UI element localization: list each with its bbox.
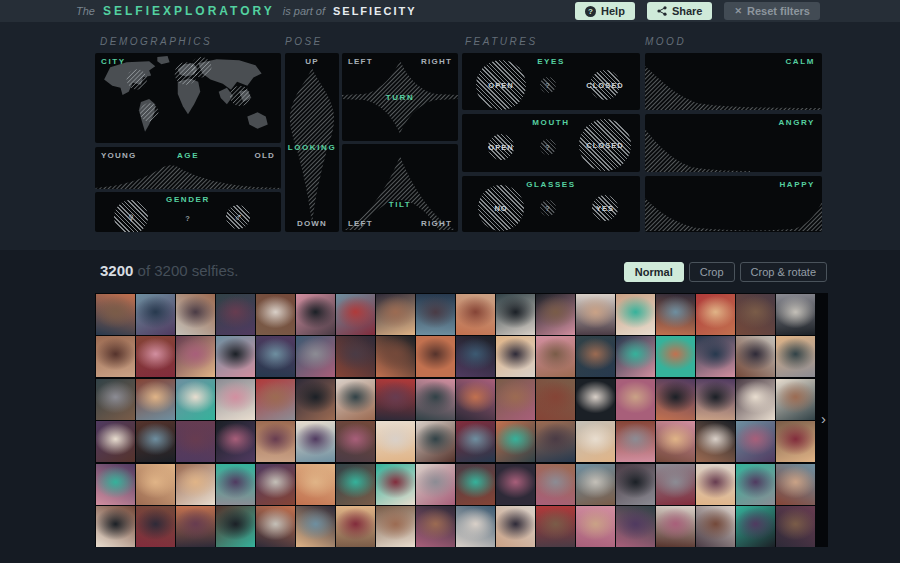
filter-looking-panel[interactable]: UP LOOKING DOWN bbox=[285, 53, 339, 232]
angry-distribution[interactable] bbox=[645, 114, 822, 172]
selfie-thumb[interactable] bbox=[96, 379, 135, 420]
selfie-thumb[interactable] bbox=[616, 336, 655, 377]
selfie-thumb[interactable] bbox=[736, 294, 775, 335]
selfie-thumb[interactable] bbox=[96, 421, 135, 462]
filter-eyes-panel[interactable]: EYES OPEN ? CLOSED bbox=[462, 53, 640, 110]
filter-angry-panel[interactable]: ANGRY bbox=[645, 114, 822, 172]
selfie-thumb[interactable] bbox=[456, 336, 495, 377]
selfie-thumb[interactable] bbox=[776, 336, 815, 377]
selfie-thumb[interactable] bbox=[256, 294, 295, 335]
selfie-thumb[interactable] bbox=[696, 506, 735, 547]
selfie-thumb[interactable] bbox=[496, 336, 535, 377]
selfie-thumb[interactable] bbox=[216, 336, 255, 377]
selfie-thumb[interactable] bbox=[416, 506, 455, 547]
view-normal-button[interactable]: Normal bbox=[624, 262, 684, 282]
selfie-thumb[interactable] bbox=[616, 464, 655, 505]
selfie-thumb[interactable] bbox=[296, 379, 335, 420]
selfie-thumb[interactable] bbox=[616, 379, 655, 420]
selfie-thumb[interactable] bbox=[656, 464, 695, 505]
selfie-thumb[interactable] bbox=[776, 294, 815, 335]
selfie-thumb[interactable] bbox=[576, 379, 615, 420]
selfie-thumb[interactable] bbox=[536, 421, 575, 462]
selfie-thumb[interactable] bbox=[776, 421, 815, 462]
selfie-thumb[interactable] bbox=[216, 379, 255, 420]
selfie-thumb[interactable] bbox=[416, 421, 455, 462]
selfie-thumb[interactable] bbox=[296, 506, 335, 547]
selfie-thumb[interactable] bbox=[416, 464, 455, 505]
selfie-thumb[interactable] bbox=[536, 294, 575, 335]
selfie-thumb[interactable] bbox=[336, 336, 375, 377]
selfie-thumb[interactable] bbox=[656, 506, 695, 547]
filter-happy-panel[interactable]: HAPPY bbox=[645, 176, 822, 232]
selfie-thumb[interactable] bbox=[576, 464, 615, 505]
selfie-thumb[interactable] bbox=[736, 379, 775, 420]
selfie-thumb[interactable] bbox=[496, 464, 535, 505]
happy-distribution[interactable] bbox=[645, 176, 822, 232]
reset-filters-button[interactable]: ✕ Reset filters bbox=[724, 2, 820, 20]
selfie-thumb[interactable] bbox=[256, 506, 295, 547]
selfie-thumb[interactable] bbox=[736, 506, 775, 547]
selfie-thumb[interactable] bbox=[256, 379, 295, 420]
help-button[interactable]: ? Help bbox=[575, 2, 635, 20]
selfie-thumb[interactable] bbox=[296, 294, 335, 335]
selfie-thumb[interactable] bbox=[216, 294, 255, 335]
selfie-thumb[interactable] bbox=[216, 506, 255, 547]
selfie-thumb[interactable] bbox=[136, 464, 175, 505]
selfie-thumb[interactable] bbox=[696, 464, 735, 505]
selfie-thumb[interactable] bbox=[656, 294, 695, 335]
selfie-thumb[interactable] bbox=[656, 379, 695, 420]
selfie-thumb[interactable] bbox=[576, 294, 615, 335]
view-crop-rotate-button[interactable]: Crop & rotate bbox=[740, 262, 827, 282]
selfie-thumb[interactable] bbox=[496, 506, 535, 547]
selfie-thumb[interactable] bbox=[736, 464, 775, 505]
selfie-thumb[interactable] bbox=[296, 464, 335, 505]
selfie-thumb[interactable] bbox=[376, 421, 415, 462]
selfie-thumb[interactable] bbox=[376, 506, 415, 547]
filter-glasses-panel[interactable]: GLASSES NO ? YES bbox=[462, 176, 640, 232]
selfie-thumb[interactable] bbox=[456, 379, 495, 420]
selfie-thumb[interactable] bbox=[736, 336, 775, 377]
selfie-thumb[interactable] bbox=[416, 379, 455, 420]
selfie-thumb[interactable] bbox=[416, 294, 455, 335]
selfie-thumb[interactable] bbox=[136, 379, 175, 420]
filter-city-panel[interactable]: CITY bbox=[95, 53, 281, 143]
age-histogram[interactable] bbox=[95, 159, 281, 189]
filter-tilt-panel[interactable]: TILT LEFT RIGHT bbox=[342, 144, 458, 232]
selfie-thumb[interactable] bbox=[376, 464, 415, 505]
selfie-thumb[interactable] bbox=[696, 421, 735, 462]
filter-gender-panel[interactable]: GENDER ♀ ? ♂ bbox=[95, 192, 281, 232]
selfie-thumb[interactable] bbox=[776, 379, 815, 420]
selfie-thumb[interactable] bbox=[336, 506, 375, 547]
selfie-thumb[interactable] bbox=[696, 294, 735, 335]
next-page-arrow[interactable]: › bbox=[821, 411, 826, 426]
selfie-thumb[interactable] bbox=[376, 336, 415, 377]
selfie-thumb[interactable] bbox=[496, 421, 535, 462]
selfie-thumb[interactable] bbox=[616, 294, 655, 335]
selfie-thumb[interactable] bbox=[176, 464, 215, 505]
selfie-thumb[interactable] bbox=[536, 464, 575, 505]
selfie-thumb[interactable] bbox=[96, 294, 135, 335]
map-city-marker[interactable] bbox=[127, 69, 147, 89]
selfie-thumb[interactable] bbox=[256, 336, 295, 377]
selfie-thumb[interactable] bbox=[536, 506, 575, 547]
selfie-thumb[interactable] bbox=[456, 421, 495, 462]
selfie-thumb[interactable] bbox=[496, 379, 535, 420]
map-city-marker[interactable] bbox=[191, 57, 211, 77]
selfie-thumb[interactable] bbox=[536, 379, 575, 420]
selfie-thumb[interactable] bbox=[776, 506, 815, 547]
selfie-thumb[interactable] bbox=[376, 294, 415, 335]
selfie-thumb[interactable] bbox=[696, 379, 735, 420]
selfie-thumb[interactable] bbox=[176, 336, 215, 377]
share-button[interactable]: Share bbox=[647, 2, 713, 20]
selfie-thumb[interactable] bbox=[176, 421, 215, 462]
gender-unknown[interactable]: ? bbox=[185, 214, 191, 223]
selfie-thumb[interactable] bbox=[696, 336, 735, 377]
selfie-thumb[interactable] bbox=[776, 464, 815, 505]
selfie-thumb[interactable] bbox=[336, 379, 375, 420]
selfie-thumb[interactable] bbox=[136, 506, 175, 547]
selfie-thumb[interactable] bbox=[456, 294, 495, 335]
selfie-thumb[interactable] bbox=[456, 506, 495, 547]
selfie-thumb[interactable] bbox=[296, 421, 335, 462]
selfie-thumb[interactable] bbox=[216, 421, 255, 462]
view-crop-button[interactable]: Crop bbox=[689, 262, 735, 282]
